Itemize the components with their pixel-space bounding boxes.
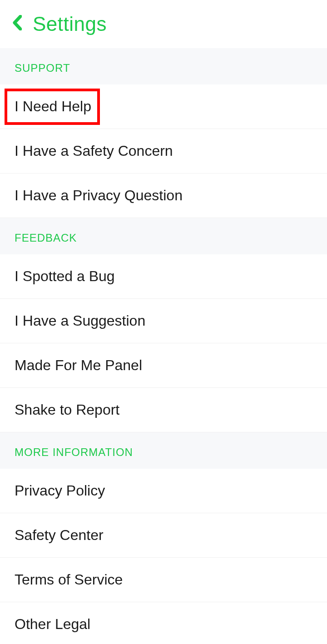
list-item-spotted-bug[interactable]: I Spotted a Bug	[0, 254, 327, 299]
list-item-label: Privacy Policy	[15, 482, 105, 499]
list-item-label: Other Legal	[15, 616, 90, 632]
list-item-made-for-me[interactable]: Made For Me Panel	[0, 343, 327, 388]
back-icon[interactable]	[13, 15, 22, 33]
list-item-label: I Need Help	[15, 98, 91, 114]
list-item-label: I Spotted a Bug	[15, 268, 115, 284]
list-item-safety-center[interactable]: Safety Center	[0, 513, 327, 558]
list-item-privacy-policy[interactable]: Privacy Policy	[0, 469, 327, 513]
list-item-suggestion[interactable]: I Have a Suggestion	[0, 299, 327, 343]
list-item-label: I Have a Suggestion	[15, 312, 145, 329]
section-header-feedback: FEEDBACK	[0, 218, 327, 254]
list-item-label: Terms of Service	[15, 571, 123, 588]
list-item-i-need-help[interactable]: I Need Help	[0, 84, 327, 129]
section-header-support: SUPPORT	[0, 48, 327, 84]
list-item-shake-to-report[interactable]: Shake to Report	[0, 388, 327, 432]
list-item-safety-concern[interactable]: I Have a Safety Concern	[0, 129, 327, 173]
page-title: Settings	[33, 13, 107, 35]
list-item-label: Made For Me Panel	[15, 357, 142, 373]
section-header-more-info: MORE INFORMATION	[0, 432, 327, 469]
settings-header: Settings	[0, 0, 327, 48]
list-item-label: Safety Center	[15, 527, 104, 543]
list-item-label: Shake to Report	[15, 401, 119, 418]
list-item-privacy-question[interactable]: I Have a Privacy Question	[0, 173, 327, 218]
list-item-label: I Have a Safety Concern	[15, 143, 173, 159]
list-item-label: I Have a Privacy Question	[15, 187, 183, 203]
list-item-terms-of-service[interactable]: Terms of Service	[0, 558, 327, 602]
list-item-other-legal[interactable]: Other Legal	[0, 602, 327, 644]
